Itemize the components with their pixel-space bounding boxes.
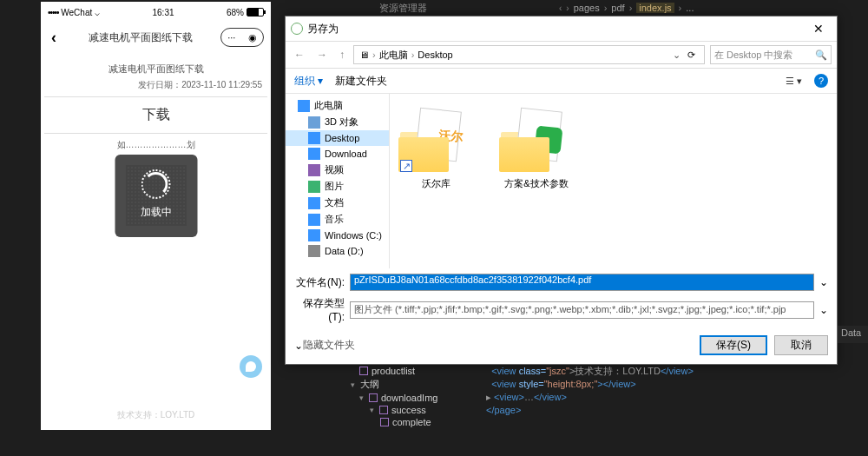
signal-icon: ••••• xyxy=(48,8,59,17)
chat-bubble-icon[interactable] xyxy=(240,355,262,378)
panel-title: 资源管理器 xyxy=(379,2,427,15)
save-as-dialog: 另存为 ✕ ← → ↑ 🖥› 此电脑› Desktop ⌄ ⟳ 在 Deskto… xyxy=(285,16,838,365)
cube-icon xyxy=(369,393,378,402)
cube-icon xyxy=(380,418,389,426)
cancel-button[interactable]: 取消 xyxy=(774,335,828,355)
organize-menu[interactable]: 组织 ▾ xyxy=(294,74,323,89)
spinner-icon xyxy=(144,172,168,196)
nav-fwd[interactable]: → xyxy=(313,49,331,61)
search-icon: 🔍 xyxy=(815,50,827,61)
chevron-down-icon[interactable]: ⌄ xyxy=(819,304,828,316)
nav-tree[interactable]: 此电脑 3D 对象 Desktop Download 视频 图片 文档 音乐 W… xyxy=(286,94,390,268)
filetype-select[interactable]: 图片文件 (*.tiff;*.pjp;*.jfif;*.bmp;*.gif;*.… xyxy=(350,301,814,319)
pc-icon: 🖥 xyxy=(359,50,369,60)
clock: 16:31 xyxy=(152,8,174,17)
folder-icon xyxy=(499,102,574,177)
address-bar[interactable]: 🖥› 此电脑› Desktop ⌄ ⟳ xyxy=(353,45,705,64)
page-title: 减速电机平面图纸下载 xyxy=(89,30,193,45)
shortcut-icon: ↗ xyxy=(400,160,412,172)
nav-back[interactable]: ← xyxy=(291,49,308,61)
outline-panel[interactable]: productlist 大纲 downloadImg success compl… xyxy=(340,365,483,456)
folder-icon: 沃尔 ↗ xyxy=(398,102,473,177)
nav-up[interactable]: ↑ xyxy=(336,49,348,61)
view-mode-button[interactable]: ☰ ▾ xyxy=(786,76,802,87)
cube-icon xyxy=(359,367,368,375)
app-icon xyxy=(291,23,303,35)
wifi-icon: ⌵ xyxy=(95,8,100,17)
search-input[interactable]: 在 Desktop 中搜索🔍 xyxy=(710,45,832,64)
loading-toast: 加载中 xyxy=(115,155,197,237)
caret-down-icon[interactable]: ⌄ xyxy=(294,340,303,352)
code-editor[interactable]: <view class="jszc">技术支持：LOY.LTD</view> <… xyxy=(486,365,868,456)
cube-icon xyxy=(379,406,388,414)
help-icon[interactable]: ? xyxy=(814,74,828,88)
capsule[interactable]: ···◉ xyxy=(220,28,264,47)
back-button[interactable]: ‹ xyxy=(48,29,60,47)
chevron-down-icon[interactable]: ⌄ xyxy=(819,276,828,288)
chevron-right-icon[interactable]: › xyxy=(566,3,569,13)
download-button[interactable]: 下载 xyxy=(44,96,267,134)
chevron-down-icon[interactable]: ⌄ xyxy=(673,50,681,61)
filename-input[interactable]: pZrISDuBJ8aN01a68ccfdbd8ac2f35381922f042… xyxy=(350,274,814,291)
side-panel[interactable]: Data xyxy=(838,326,868,343)
close-button[interactable]: ✕ xyxy=(806,22,832,36)
phone-preview: ••••• WeChat ⌵ 16:31 68% ‹ 减速电机平面图纸下载 ··… xyxy=(41,2,271,430)
battery-icon xyxy=(247,8,264,17)
chevron-left-icon[interactable]: ‹ xyxy=(559,3,562,13)
editor-breadcrumb[interactable]: ‹ › pages › pdf › index.js › ... xyxy=(559,3,694,13)
new-folder-button[interactable]: 新建文件夹 xyxy=(335,74,387,89)
save-button[interactable]: 保存(S) xyxy=(700,335,767,355)
folder-item[interactable]: 方案&技术参数 xyxy=(499,102,574,190)
refresh-icon[interactable]: ⟳ xyxy=(684,50,699,61)
folder-item[interactable]: 沃尔 ↗ 沃尔库 xyxy=(398,102,473,190)
